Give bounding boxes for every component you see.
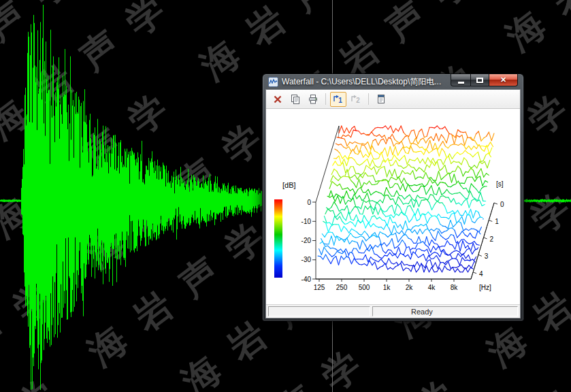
waterfall-slice-segment: [431, 259, 434, 259]
waterfall-slice-segment: [443, 226, 446, 227]
waterfall-slice-segment: [441, 196, 444, 197]
status-panel: [268, 306, 370, 316]
waterfall-slice-segment: [378, 227, 381, 228]
waterfall-slice-segment: [389, 250, 391, 250]
freq-tick-label: 250: [336, 284, 348, 291]
waterfall-slice-segment: [360, 214, 363, 214]
waterfall-slice-segment: [356, 131, 359, 131]
db-axis-label: [dB]: [282, 181, 296, 189]
freq-tick-label: 1k: [383, 284, 391, 291]
waterfall-slice-segment: [412, 161, 415, 161]
waterfall-slice-segment: [370, 201, 372, 201]
waterfall-slice-segment: [412, 144, 414, 144]
close-button[interactable]: ✕: [489, 74, 518, 86]
waterfall-slice-segment: [407, 229, 410, 230]
waterfall-slice-segment: [318, 256, 321, 257]
waterfall-slice-segment: [434, 244, 437, 244]
waterfall-slice-segment: [418, 243, 421, 244]
waterfall-slice-segment: [382, 220, 385, 220]
svg-text:2: 2: [356, 97, 360, 104]
delete-button[interactable]: [270, 92, 286, 107]
waterfall-slice-segment: [330, 248, 333, 248]
waterfall-slice-segment: [449, 134, 452, 135]
waterfall-slice-segment: [417, 249, 419, 250]
time-tick-label: 3: [485, 252, 489, 260]
window-client-area: 1 2: [265, 89, 521, 318]
waterfall-slice-segment: [448, 186, 451, 187]
chart-frame-line: [489, 220, 492, 221]
window-titlebar[interactable]: Waterfall - C:\Users\DELL\Desktop\简阳电...…: [265, 74, 521, 89]
db-tick-label: -10: [301, 218, 312, 225]
waterfall-slice-segment: [353, 130, 356, 131]
waterfall-chart: [dB]0-10-20-30-401252505001k2k4k8k[Hz]01…: [266, 109, 520, 304]
waterfall-slice-segment: [327, 223, 329, 223]
waterfall-slice-segment: [461, 132, 463, 133]
view-mode-2-button[interactable]: 2: [348, 92, 364, 107]
view-mode-1-button[interactable]: 1: [330, 92, 346, 107]
waterfall-slice-segment: [423, 198, 425, 199]
waterfall-slice-segment: [344, 176, 346, 177]
db-tick-label: -20: [301, 237, 312, 244]
waterfall-slice-segment: [361, 145, 364, 146]
properties-icon: [376, 94, 387, 105]
db-tick-label: -30: [301, 256, 312, 263]
print-button[interactable]: [305, 92, 321, 107]
waterfall-slice-segment: [467, 177, 470, 178]
toolbar-separator: [368, 93, 369, 105]
waterfall-slice-segment: [448, 255, 451, 255]
freq-tick-label: 125: [314, 284, 325, 291]
db-tick-label: 0: [307, 199, 311, 206]
waterfall-slice-segment: [434, 272, 437, 272]
waterfall-slice-segment: [466, 172, 468, 172]
freq-axis-label: [Hz]: [479, 284, 491, 291]
waterfall-slice-segment: [385, 180, 387, 181]
waterfall-slice-segment: [378, 127, 380, 128]
app-icon: [268, 77, 278, 87]
close-icon: ✕: [500, 76, 506, 84]
waterfall-slice-segment: [399, 195, 402, 196]
maximize-button[interactable]: [470, 74, 489, 86]
caption-buttons: ✕: [451, 74, 518, 86]
waterfall-slice-segment: [453, 267, 456, 268]
freq-tick-label: 500: [359, 284, 370, 291]
waterfall-slice-segment: [343, 240, 346, 240]
freq-tick-label: 8k: [451, 284, 459, 291]
copy-icon: [290, 94, 301, 105]
status-bar: Ready: [266, 304, 520, 318]
time-tick-label: 4: [479, 270, 483, 278]
waterfall-slice-segment: [370, 176, 373, 176]
chart-frame-line: [478, 255, 482, 256]
waterfall-slice-segment: [463, 132, 466, 133]
time-axis-label: [s]: [496, 180, 504, 188]
freq-tick-label: 2k: [406, 284, 414, 291]
svg-text:1: 1: [338, 97, 342, 104]
minimize-icon: [458, 82, 464, 84]
copy-button[interactable]: [287, 92, 304, 107]
waterfall-slice-segment: [413, 152, 416, 152]
waterfall-slice-segment: [460, 215, 463, 216]
screen: 海岩声学 海岩声学 海岩声学 海岩声学 海岩声学 海岩声学 海岩声学 海岩声学 …: [0, 0, 571, 392]
waterfall-slice-segment: [406, 268, 408, 269]
freq-tick-label: 4k: [428, 284, 436, 291]
toolbar: 1 2: [266, 90, 520, 109]
status-panel: Ready: [372, 306, 518, 316]
view-2-icon: 2: [350, 94, 361, 105]
plot-area: [dB]0-10-20-30-401252505001k2k4k8k[Hz]01…: [266, 109, 520, 304]
waterfall-slice-segment: [359, 252, 361, 253]
waterfall-slice-segment: [356, 238, 359, 238]
waterfall-window: Waterfall - C:\Users\DELL\Desktop\简阳电...…: [262, 74, 524, 321]
waterfall-slice-segment: [416, 226, 419, 227]
delete-x-icon: [272, 94, 283, 105]
waterfall-slice-segment: [330, 232, 333, 233]
toolbar-separator: [325, 93, 326, 105]
time-tick-label: 0: [500, 201, 504, 208]
time-tick-label: 1: [495, 218, 499, 225]
properties-button[interactable]: [373, 92, 389, 107]
minimize-button[interactable]: [451, 74, 470, 86]
waterfall-slice-segment: [412, 248, 415, 249]
status-message: Ready: [411, 307, 433, 316]
view-1-icon: 1: [333, 94, 344, 105]
waterfall-slice-segment: [465, 260, 468, 261]
waterfall-slice-segment: [405, 173, 408, 174]
chart-frame-line: [484, 238, 487, 239]
